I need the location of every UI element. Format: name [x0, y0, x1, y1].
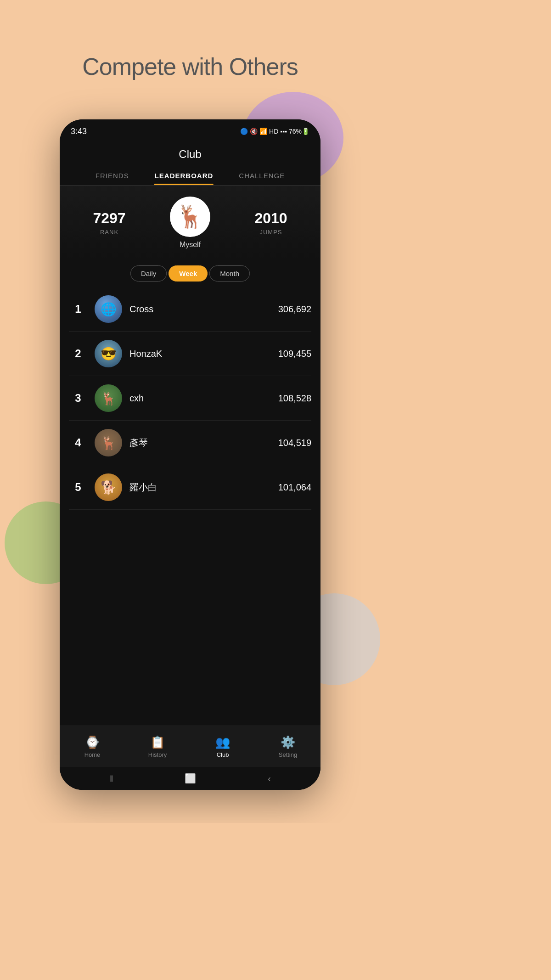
nav-history-label: History: [148, 751, 167, 758]
table-row[interactable]: 5 🐕 羅小白 101,064: [69, 465, 311, 510]
score-honzak: 109,455: [278, 349, 311, 359]
table-row[interactable]: 2 😎 HonzaK 109,455: [69, 332, 311, 376]
score-cross: 306,692: [278, 304, 311, 315]
score-yanqin: 104,519: [278, 438, 311, 448]
tab-friends[interactable]: FRIENDS: [83, 166, 142, 185]
filter-row: Daily Week Month: [60, 258, 320, 287]
avatar-cxh: 🦌: [95, 384, 122, 412]
nav-home-label: Home: [84, 751, 101, 758]
name-cxh: cxh: [129, 393, 278, 404]
jumps-label: JUMPS: [231, 229, 311, 236]
avatar-yanqin: 🦌: [95, 429, 122, 456]
recents-gesture-icon: ‹: [268, 773, 271, 784]
club-icon: 👥: [215, 735, 230, 749]
jumps-block: 2010 JUMPS: [231, 210, 311, 236]
status-bar: 3:43 🔵 🔇 📶 HD ▪▪▪ 76%🔋: [60, 119, 320, 143]
system-bar: ⦀ ⬜ ‹: [60, 767, 320, 790]
table-row[interactable]: 3 🦌 cxh 108,528: [69, 376, 311, 421]
filter-month[interactable]: Month: [209, 265, 250, 282]
user-section: 7297 RANK 🦌 Myself 2010 JUMPS: [60, 186, 320, 258]
table-row[interactable]: 4 🦌 彥琴 104,519: [69, 421, 311, 465]
score-cxh: 108,528: [278, 393, 311, 404]
user-name: Myself: [180, 241, 201, 249]
rank-value: 7297: [69, 210, 150, 227]
jumps-value: 2010: [231, 210, 311, 227]
tab-challenge[interactable]: CHALLENGE: [226, 166, 298, 185]
nav-club-label: Club: [217, 751, 229, 758]
nav-club[interactable]: 👥 Club: [190, 735, 255, 758]
rank-4: 4: [69, 436, 87, 449]
nav-home[interactable]: ⌚ Home: [60, 735, 125, 758]
page-title: Compete with Others: [0, 53, 380, 80]
app-content: Club FRIENDS LEADERBOARD CHALLENGE 7297 …: [60, 143, 320, 790]
filter-daily[interactable]: Daily: [130, 265, 167, 282]
phone-frame: 3:43 🔵 🔇 📶 HD ▪▪▪ 76%🔋 Club FRIENDS LEAD…: [60, 119, 320, 790]
status-time: 3:43: [71, 127, 87, 136]
user-avatar: 🦌: [170, 197, 210, 237]
status-icons: 🔵 🔇 📶 HD ▪▪▪ 76%🔋: [240, 128, 309, 135]
leaderboard-list: 1 🌐 Cross 306,692 2 😎 HonzaK 109,455 3 🦌…: [60, 287, 320, 726]
name-luoxiaobai: 羅小白: [129, 481, 278, 494]
nav-setting[interactable]: ⚙️ Setting: [255, 735, 320, 758]
home-gesture-icon: ⬜: [185, 773, 196, 784]
table-row[interactable]: 1 🌐 Cross 306,692: [69, 287, 311, 332]
avatar-luoxiaobai: 🐕: [95, 473, 122, 501]
score-luoxiaobai: 101,064: [278, 482, 311, 493]
rank-2: 2: [69, 347, 87, 360]
home-icon: ⌚: [85, 735, 100, 749]
avatar-cross: 🌐: [95, 295, 122, 323]
history-icon: 📋: [150, 735, 165, 749]
rank-3: 3: [69, 392, 87, 405]
nav-history[interactable]: 📋 History: [125, 735, 190, 758]
header-title: Club: [60, 148, 320, 161]
name-cross: Cross: [129, 304, 278, 315]
back-gesture-icon: ⦀: [109, 773, 113, 784]
tab-bar: FRIENDS LEADERBOARD CHALLENGE: [60, 166, 320, 186]
name-yanqin: 彥琴: [129, 437, 278, 449]
rank-block: 7297 RANK: [69, 210, 150, 236]
nav-setting-label: Setting: [279, 751, 297, 758]
rank-1: 1: [69, 303, 87, 315]
bottom-nav: ⌚ Home 📋 History 👥 Club ⚙️ Setting: [60, 726, 320, 767]
rank-5: 5: [69, 481, 87, 494]
app-header: Club: [60, 143, 320, 161]
name-honzak: HonzaK: [129, 349, 278, 359]
tab-leaderboard[interactable]: LEADERBOARD: [142, 166, 226, 185]
avatar-honzak: 😎: [95, 340, 122, 367]
filter-week[interactable]: Week: [169, 265, 208, 282]
user-avatar-section: 🦌 Myself: [150, 197, 231, 249]
rank-label: RANK: [69, 229, 150, 236]
setting-icon: ⚙️: [281, 735, 295, 749]
